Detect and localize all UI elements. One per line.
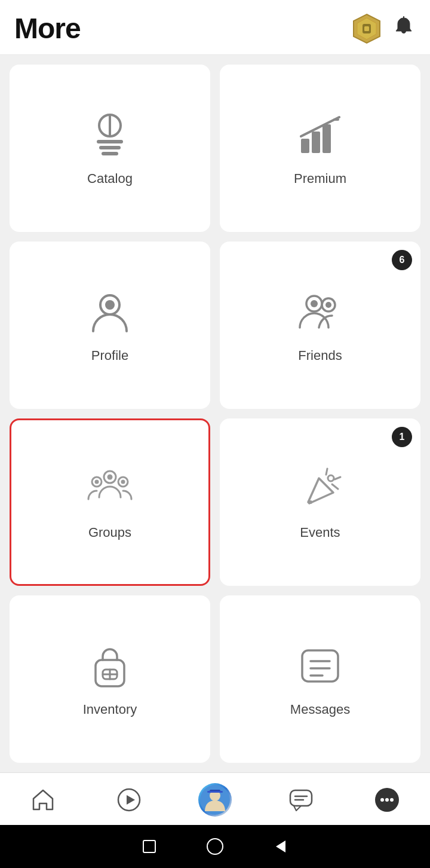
catalog-label: Catalog bbox=[87, 171, 133, 187]
premium-icon bbox=[296, 112, 344, 160]
svg-point-24 bbox=[95, 480, 99, 484]
svg-point-50 bbox=[380, 798, 384, 802]
chat-icon bbox=[288, 787, 314, 813]
svg-line-30 bbox=[326, 469, 327, 475]
friends-icon bbox=[296, 289, 344, 337]
more-icon bbox=[374, 787, 400, 813]
messages-label: Messages bbox=[290, 702, 350, 717]
system-nav bbox=[0, 825, 430, 868]
svg-line-29 bbox=[334, 477, 340, 479]
events-badge: 1 bbox=[392, 427, 412, 447]
bottom-nav bbox=[0, 772, 430, 825]
svg-line-28 bbox=[332, 484, 338, 489]
play-icon bbox=[116, 787, 142, 813]
grid-item-inventory[interactable]: Inventory bbox=[10, 595, 210, 763]
svg-point-54 bbox=[207, 839, 223, 854]
main-grid: Catalog Premium Profile 6 bbox=[0, 55, 430, 772]
robux-icon[interactable] bbox=[351, 13, 382, 44]
grid-item-events[interactable]: 1 Events bbox=[220, 418, 420, 586]
friends-badge: 6 bbox=[392, 250, 412, 270]
svg-point-52 bbox=[390, 798, 394, 802]
svg-rect-3 bbox=[364, 26, 369, 31]
svg-rect-8 bbox=[99, 146, 121, 149]
nav-avatar[interactable] bbox=[194, 783, 236, 817]
svg-rect-53 bbox=[143, 841, 155, 852]
grid-item-profile[interactable]: Profile bbox=[10, 242, 210, 409]
header-icons bbox=[351, 13, 416, 44]
svg-rect-36 bbox=[302, 650, 338, 681]
events-label: Events bbox=[300, 525, 340, 540]
avatar bbox=[198, 783, 232, 817]
nav-chat[interactable] bbox=[280, 783, 322, 817]
events-icon bbox=[296, 466, 344, 514]
svg-rect-9 bbox=[102, 152, 118, 155]
bell-icon[interactable] bbox=[392, 16, 416, 42]
back-button[interactable] bbox=[272, 838, 289, 855]
nav-play[interactable] bbox=[108, 783, 150, 817]
svg-point-18 bbox=[311, 300, 318, 307]
messages-icon bbox=[296, 643, 344, 691]
svg-point-31 bbox=[309, 500, 312, 504]
svg-rect-11 bbox=[312, 132, 320, 153]
profile-icon bbox=[86, 289, 134, 337]
groups-icon bbox=[86, 466, 134, 514]
nav-more[interactable] bbox=[366, 783, 408, 817]
nav-home[interactable] bbox=[22, 783, 64, 817]
svg-marker-55 bbox=[276, 841, 285, 852]
svg-marker-41 bbox=[127, 795, 135, 805]
profile-label: Profile bbox=[91, 348, 128, 363]
grid-item-groups[interactable]: Groups bbox=[10, 418, 210, 586]
system-home-button[interactable] bbox=[205, 837, 225, 856]
svg-point-16 bbox=[105, 300, 115, 310]
grid-item-messages[interactable]: Messages bbox=[220, 595, 420, 763]
svg-rect-12 bbox=[322, 124, 331, 153]
page-title: More bbox=[14, 12, 81, 45]
svg-point-22 bbox=[108, 475, 113, 480]
catalog-icon bbox=[86, 112, 134, 160]
inventory-label: Inventory bbox=[83, 702, 137, 717]
svg-point-27 bbox=[328, 475, 334, 481]
header: More bbox=[0, 0, 430, 55]
svg-point-20 bbox=[325, 302, 331, 308]
svg-point-51 bbox=[385, 798, 389, 802]
grid-item-friends[interactable]: 6 Friends bbox=[220, 242, 420, 409]
svg-rect-45 bbox=[207, 791, 223, 793]
svg-rect-46 bbox=[290, 790, 312, 806]
svg-rect-10 bbox=[301, 139, 309, 153]
svg-rect-7 bbox=[97, 140, 123, 143]
groups-label: Groups bbox=[88, 525, 131, 540]
grid-item-premium[interactable]: Premium bbox=[220, 65, 420, 232]
friends-label: Friends bbox=[298, 348, 342, 363]
inventory-icon bbox=[86, 643, 134, 691]
premium-label: Premium bbox=[294, 171, 346, 187]
grid-item-catalog[interactable]: Catalog bbox=[10, 65, 210, 232]
home-icon bbox=[30, 787, 56, 813]
recent-apps-button[interactable] bbox=[141, 838, 158, 855]
svg-point-26 bbox=[121, 480, 125, 484]
